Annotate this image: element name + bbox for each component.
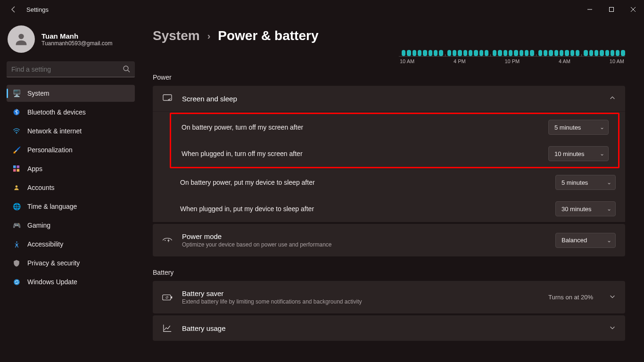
nav-label: Accounts xyxy=(27,184,55,191)
avatar xyxy=(8,25,35,53)
chevron-down-icon: ⌄ xyxy=(600,150,604,157)
nav-personalization[interactable]: 🖌️ Personalization xyxy=(7,141,135,158)
brush-icon: 🖌️ xyxy=(12,146,21,154)
battery-saver-subtitle: Extend battery life by limiting some not… xyxy=(182,298,539,305)
svg-rect-8 xyxy=(17,165,19,168)
page-title: Power & battery xyxy=(218,28,318,43)
setting-label: When plugged in, put my device to sleep … xyxy=(180,205,555,213)
maximize-button[interactable] xyxy=(601,2,622,17)
battery-saver-title: Battery saver xyxy=(182,289,539,297)
svg-point-15 xyxy=(165,240,165,241)
dropdown-value: 5 minutes xyxy=(561,179,588,186)
chevron-down-icon xyxy=(609,324,616,332)
breadcrumb: System › Power & battery xyxy=(153,28,625,43)
power-mode-row[interactable]: Power mode Optimize your device based on… xyxy=(153,224,625,256)
update-icon xyxy=(12,278,21,286)
chevron-right-icon: › xyxy=(207,31,211,41)
shield-icon xyxy=(12,259,21,267)
svg-point-2 xyxy=(18,34,24,39)
nav-label: Privacy & security xyxy=(27,259,80,267)
chevron-down-icon: ⌄ xyxy=(600,124,604,131)
nav-system[interactable]: 🖥️ System xyxy=(7,85,135,102)
nav-label: Windows Update xyxy=(27,278,77,286)
app-title: Settings xyxy=(26,6,49,13)
nav-label: Gaming xyxy=(27,222,50,229)
screen-sleep-header[interactable]: Screen and sleep xyxy=(153,86,625,111)
highlight-box: On battery power, turn off my screen aft… xyxy=(170,113,619,168)
sleep-battery-dropdown[interactable]: 5 minutes ⌄ xyxy=(555,175,616,190)
nav-time[interactable]: 🌐 Time & language xyxy=(7,198,135,215)
nav-accounts[interactable]: Accounts xyxy=(7,179,135,196)
section-power-label: Power xyxy=(153,74,625,81)
bluetooth-icon xyxy=(12,108,21,116)
close-button[interactable] xyxy=(622,2,644,17)
power-mode-title: Power mode xyxy=(182,232,546,240)
system-icon: 🖥️ xyxy=(12,89,21,98)
search-input[interactable] xyxy=(7,61,135,77)
svg-rect-1 xyxy=(610,8,614,12)
battery-saver-icon xyxy=(162,294,173,301)
screen-sleep-card: Screen and sleep On battery power, turn … xyxy=(153,86,625,222)
svg-rect-7 xyxy=(13,165,16,168)
minimize-button[interactable] xyxy=(579,2,601,17)
dropdown-value: 5 minutes xyxy=(554,124,581,131)
sleep-plugged-row: When plugged in, put my device to sleep … xyxy=(153,196,625,222)
user-name: Tuan Manh xyxy=(41,32,112,40)
nav-bluetooth[interactable]: Bluetooth & devices xyxy=(7,104,135,121)
breadcrumb-parent[interactable]: System xyxy=(153,28,200,43)
back-button[interactable] xyxy=(9,5,18,14)
dropdown-value: Balanced xyxy=(561,237,587,244)
gamepad-icon: 🎮 xyxy=(12,221,21,230)
nav-update[interactable]: Windows Update xyxy=(7,273,135,290)
nav-network[interactable]: Network & internet xyxy=(7,123,135,140)
chevron-up-icon xyxy=(609,95,616,103)
sidebar: Tuan Manh Tuanmanh0593@gmail.com 🖥️ Syst… xyxy=(0,19,141,362)
nav-label: Accessibility xyxy=(27,240,63,248)
svg-rect-16 xyxy=(163,295,171,300)
svg-line-4 xyxy=(128,70,130,72)
svg-point-3 xyxy=(124,66,128,71)
sleep-plugged-dropdown[interactable]: 30 minutes ⌄ xyxy=(555,201,616,216)
setting-label: On battery power, turn off my screen aft… xyxy=(182,123,548,131)
battery-saver-card: Battery saver Extend battery life by lim… xyxy=(153,281,625,313)
dropdown-value: 30 minutes xyxy=(561,206,592,213)
screen-off-battery-dropdown[interactable]: 5 minutes ⌄ xyxy=(548,120,609,135)
svg-point-13 xyxy=(14,279,20,285)
battery-saver-status: Turns on at 20% xyxy=(548,294,593,301)
screen-sleep-title: Screen and sleep xyxy=(182,95,600,103)
search-icon xyxy=(123,65,130,74)
setting-label: On battery power, put my device to sleep… xyxy=(180,179,555,186)
nav-gaming[interactable]: 🎮 Gaming xyxy=(7,217,135,234)
chart-line-icon xyxy=(162,324,173,332)
screen-off-plugged-dropdown[interactable]: 10 minutes ⌄ xyxy=(548,146,609,161)
battery-saver-row[interactable]: Battery saver Extend battery life by lim… xyxy=(153,281,625,313)
svg-rect-17 xyxy=(171,296,172,298)
user-email: Tuanmanh0593@gmail.com xyxy=(41,40,112,47)
wifi-icon xyxy=(12,127,21,135)
sleep-battery-row: On battery power, put my device to sleep… xyxy=(153,169,625,196)
nav-accessibility[interactable]: Accessibility xyxy=(7,236,135,253)
search-box xyxy=(7,61,135,77)
screen-icon xyxy=(162,94,173,103)
svg-point-6 xyxy=(16,133,17,134)
apps-icon xyxy=(12,165,21,173)
power-mode-subtitle: Optimize your device based on power use … xyxy=(182,241,546,248)
user-block[interactable]: Tuan Manh Tuanmanh0593@gmail.com xyxy=(8,25,135,53)
svg-rect-14 xyxy=(163,95,172,100)
nav-apps[interactable]: Apps xyxy=(7,160,135,177)
battery-usage-row[interactable]: Battery usage xyxy=(153,315,625,341)
svg-rect-10 xyxy=(17,169,19,172)
power-mode-dropdown[interactable]: Balanced ⌄ xyxy=(555,233,616,248)
dropdown-value: 10 minutes xyxy=(554,150,585,157)
section-battery-label: Battery xyxy=(153,269,625,276)
nav-label: Bluetooth & devices xyxy=(27,108,86,116)
main-content: System › Power & battery 10 AM4 PM10 PM4… xyxy=(141,19,644,362)
nav-label: Apps xyxy=(27,165,42,173)
svg-rect-9 xyxy=(13,169,16,172)
chevron-down-icon: ⌄ xyxy=(607,179,611,186)
setting-label: When plugged in, turn off my screen afte… xyxy=(182,150,548,157)
nav-list: 🖥️ System Bluetooth & devices Network & … xyxy=(7,85,135,290)
nav-privacy[interactable]: Privacy & security xyxy=(7,255,135,272)
window-controls xyxy=(579,2,644,17)
nav-label: Network & internet xyxy=(27,127,82,135)
